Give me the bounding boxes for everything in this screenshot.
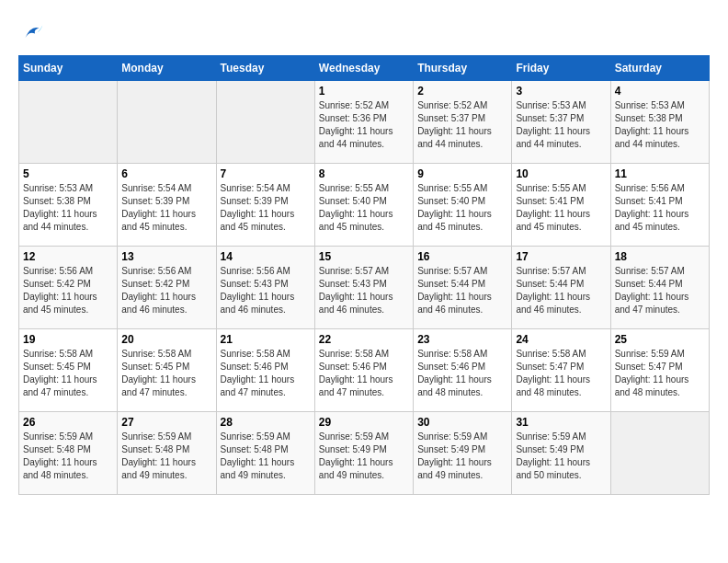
day-number: 16 <box>417 250 507 263</box>
day-number: 18 <box>615 250 705 263</box>
day-number: 1 <box>319 85 409 98</box>
day-number: 21 <box>221 333 311 346</box>
header-saturday: Saturday <box>610 56 709 81</box>
day-number: 3 <box>516 85 606 98</box>
day-info: Sunrise: 5:52 AMSunset: 5:36 PMDaylight:… <box>319 99 409 151</box>
calendar-cell: 6Sunrise: 5:54 AMSunset: 5:39 PMDaylight… <box>118 164 216 247</box>
header-sunday: Sunday <box>19 56 118 81</box>
day-number: 2 <box>417 85 507 98</box>
day-info: Sunrise: 5:53 AMSunset: 5:37 PMDaylight:… <box>516 99 606 151</box>
day-number: 5 <box>23 167 113 180</box>
calendar-cell: 29Sunrise: 5:59 AMSunset: 5:49 PMDayligh… <box>314 412 413 495</box>
day-info: Sunrise: 5:59 AMSunset: 5:49 PMDaylight:… <box>516 431 606 482</box>
day-number: 24 <box>516 333 606 346</box>
calendar-cell: 5Sunrise: 5:53 AMSunset: 5:38 PMDaylight… <box>19 164 118 247</box>
day-info: Sunrise: 5:54 AMSunset: 5:39 PMDaylight:… <box>121 182 211 234</box>
logo <box>18 18 50 46</box>
day-info: Sunrise: 5:59 AMSunset: 5:49 PMDaylight:… <box>417 431 507 482</box>
day-number: 7 <box>221 167 311 180</box>
calendar-cell: 3Sunrise: 5:53 AMSunset: 5:37 PMDaylight… <box>512 81 610 164</box>
calendar-cell: 10Sunrise: 5:55 AMSunset: 5:41 PMDayligh… <box>512 164 610 247</box>
calendar-cell: 7Sunrise: 5:54 AMSunset: 5:39 PMDaylight… <box>216 164 314 247</box>
day-number: 6 <box>121 167 211 180</box>
day-info: Sunrise: 5:58 AMSunset: 5:45 PMDaylight:… <box>121 348 211 399</box>
day-number: 29 <box>319 416 409 429</box>
day-info: Sunrise: 5:58 AMSunset: 5:46 PMDaylight:… <box>417 348 507 399</box>
day-info: Sunrise: 5:57 AMSunset: 5:43 PMDaylight:… <box>319 265 409 316</box>
calendar-cell: 27Sunrise: 5:59 AMSunset: 5:48 PMDayligh… <box>118 412 216 495</box>
day-info: Sunrise: 5:58 AMSunset: 5:46 PMDaylight:… <box>319 348 409 399</box>
calendar-cell: 23Sunrise: 5:58 AMSunset: 5:46 PMDayligh… <box>414 329 512 412</box>
calendar-week-row: 5Sunrise: 5:53 AMSunset: 5:38 PMDaylight… <box>19 164 710 247</box>
day-number: 19 <box>23 333 113 346</box>
calendar-cell <box>118 81 216 164</box>
day-number: 10 <box>516 167 606 180</box>
day-number: 14 <box>221 250 311 263</box>
calendar-cell: 12Sunrise: 5:56 AMSunset: 5:42 PMDayligh… <box>19 247 118 329</box>
day-info: Sunrise: 5:59 AMSunset: 5:48 PMDaylight:… <box>121 431 211 482</box>
day-number: 12 <box>23 250 113 263</box>
day-number: 30 <box>417 416 507 429</box>
calendar-cell: 8Sunrise: 5:55 AMSunset: 5:40 PMDaylight… <box>314 164 413 247</box>
day-info: Sunrise: 5:57 AMSunset: 5:44 PMDaylight:… <box>615 265 705 316</box>
day-info: Sunrise: 5:54 AMSunset: 5:39 PMDaylight:… <box>221 182 311 234</box>
day-info: Sunrise: 5:56 AMSunset: 5:42 PMDaylight:… <box>121 265 211 316</box>
day-number: 17 <box>516 250 606 263</box>
day-number: 27 <box>121 416 211 429</box>
day-info: Sunrise: 5:57 AMSunset: 5:44 PMDaylight:… <box>516 265 606 316</box>
calendar-week-row: 1Sunrise: 5:52 AMSunset: 5:36 PMDaylight… <box>19 81 710 164</box>
calendar-cell: 13Sunrise: 5:56 AMSunset: 5:42 PMDayligh… <box>118 247 216 329</box>
day-info: Sunrise: 5:56 AMSunset: 5:41 PMDaylight:… <box>615 182 705 234</box>
header-thursday: Thursday <box>414 56 512 81</box>
day-info: Sunrise: 5:59 AMSunset: 5:47 PMDaylight:… <box>615 348 705 399</box>
calendar-cell: 4Sunrise: 5:53 AMSunset: 5:38 PMDaylight… <box>610 81 709 164</box>
day-number: 23 <box>417 333 507 346</box>
calendar-header-row: SundayMondayTuesdayWednesdayThursdayFrid… <box>19 56 710 81</box>
calendar-cell: 14Sunrise: 5:56 AMSunset: 5:43 PMDayligh… <box>216 247 314 329</box>
header-monday: Monday <box>118 56 216 81</box>
calendar-cell <box>19 81 118 164</box>
day-info: Sunrise: 5:53 AMSunset: 5:38 PMDaylight:… <box>23 182 113 234</box>
calendar-cell: 24Sunrise: 5:58 AMSunset: 5:47 PMDayligh… <box>512 329 610 412</box>
logo-bird-icon <box>18 18 46 46</box>
day-info: Sunrise: 5:59 AMSunset: 5:48 PMDaylight:… <box>23 431 113 482</box>
header <box>18 18 710 46</box>
day-number: 20 <box>121 333 211 346</box>
day-number: 22 <box>319 333 409 346</box>
day-number: 25 <box>615 333 705 346</box>
calendar-cell: 26Sunrise: 5:59 AMSunset: 5:48 PMDayligh… <box>19 412 118 495</box>
day-info: Sunrise: 5:58 AMSunset: 5:46 PMDaylight:… <box>221 348 311 399</box>
calendar-week-row: 12Sunrise: 5:56 AMSunset: 5:42 PMDayligh… <box>19 247 710 329</box>
day-number: 26 <box>23 416 113 429</box>
day-number: 28 <box>221 416 311 429</box>
calendar-cell: 21Sunrise: 5:58 AMSunset: 5:46 PMDayligh… <box>216 329 314 412</box>
day-number: 4 <box>615 85 705 98</box>
day-info: Sunrise: 5:52 AMSunset: 5:37 PMDaylight:… <box>417 99 507 151</box>
header-wednesday: Wednesday <box>314 56 413 81</box>
day-info: Sunrise: 5:59 AMSunset: 5:49 PMDaylight:… <box>319 431 409 482</box>
calendar-cell: 18Sunrise: 5:57 AMSunset: 5:44 PMDayligh… <box>610 247 709 329</box>
day-number: 15 <box>319 250 409 263</box>
calendar-cell: 2Sunrise: 5:52 AMSunset: 5:37 PMDaylight… <box>414 81 512 164</box>
calendar-week-row: 26Sunrise: 5:59 AMSunset: 5:48 PMDayligh… <box>19 412 710 495</box>
day-number: 8 <box>319 167 409 180</box>
day-info: Sunrise: 5:57 AMSunset: 5:44 PMDaylight:… <box>417 265 507 316</box>
calendar-cell: 30Sunrise: 5:59 AMSunset: 5:49 PMDayligh… <box>414 412 512 495</box>
day-number: 9 <box>417 167 507 180</box>
calendar-cell: 17Sunrise: 5:57 AMSunset: 5:44 PMDayligh… <box>512 247 610 329</box>
day-info: Sunrise: 5:56 AMSunset: 5:42 PMDaylight:… <box>23 265 113 316</box>
calendar-cell: 19Sunrise: 5:58 AMSunset: 5:45 PMDayligh… <box>19 329 118 412</box>
calendar-cell <box>610 412 709 495</box>
day-info: Sunrise: 5:53 AMSunset: 5:38 PMDaylight:… <box>615 99 705 151</box>
header-tuesday: Tuesday <box>216 56 314 81</box>
calendar-cell: 31Sunrise: 5:59 AMSunset: 5:49 PMDayligh… <box>512 412 610 495</box>
day-info: Sunrise: 5:58 AMSunset: 5:45 PMDaylight:… <box>23 348 113 399</box>
day-info: Sunrise: 5:56 AMSunset: 5:43 PMDaylight:… <box>221 265 311 316</box>
calendar-table: SundayMondayTuesdayWednesdayThursdayFrid… <box>18 55 710 495</box>
calendar-cell: 1Sunrise: 5:52 AMSunset: 5:36 PMDaylight… <box>314 81 413 164</box>
day-info: Sunrise: 5:55 AMSunset: 5:41 PMDaylight:… <box>516 182 606 234</box>
calendar-week-row: 19Sunrise: 5:58 AMSunset: 5:45 PMDayligh… <box>19 329 710 412</box>
day-number: 31 <box>516 416 606 429</box>
calendar-cell: 11Sunrise: 5:56 AMSunset: 5:41 PMDayligh… <box>610 164 709 247</box>
day-info: Sunrise: 5:58 AMSunset: 5:47 PMDaylight:… <box>516 348 606 399</box>
